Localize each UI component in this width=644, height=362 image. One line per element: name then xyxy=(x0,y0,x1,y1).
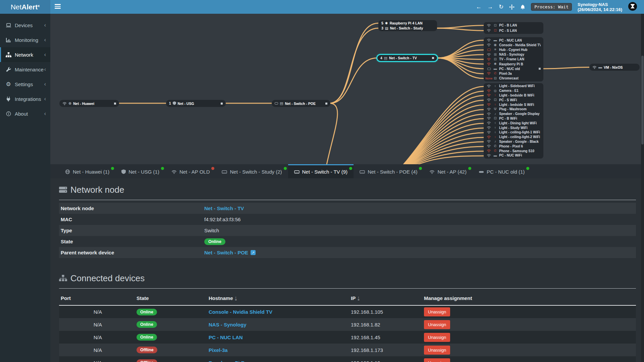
graph-device-row[interactable]: Raspberry Pi B xyxy=(484,62,543,66)
expand-icon[interactable] xyxy=(114,103,116,105)
device-table-row: N/A Offline Raspberry Pi B 192.168.1.19 … xyxy=(59,356,636,362)
graph-device-row[interactable]: PC - S LAN xyxy=(484,28,543,34)
graph-device-row[interactable]: Light - bedside B WiFi xyxy=(484,93,543,98)
sidebar-item-network[interactable]: Network ‹ xyxy=(0,47,50,62)
graph-device-row[interactable]: PC - NUC LAN xyxy=(484,38,543,43)
hostname-link[interactable]: NAS - Synology xyxy=(209,322,247,327)
graph-device-row[interactable]: Pixel-3a xyxy=(484,71,543,76)
forward-icon[interactable]: → xyxy=(487,4,493,10)
scrollbar-thumb[interactable] xyxy=(641,56,644,144)
graph-device-row[interactable]: PC - NUC old xyxy=(484,66,543,71)
tab-net-ap[interactable]: Net - AP (42) xyxy=(423,164,472,178)
back-icon[interactable]: ← xyxy=(476,4,482,10)
wifi-icon xyxy=(487,140,491,143)
app-logo[interactable]: NetAlertx xyxy=(0,0,50,14)
bell-icon[interactable] xyxy=(520,4,525,10)
graph-device-row[interactable]: Camera - E1 xyxy=(484,88,543,93)
unassign-button[interactable]: Unassign xyxy=(424,307,450,316)
device-count: 4 xyxy=(380,56,382,60)
state-badge: Online xyxy=(137,321,157,328)
graph-node-net-switch-tv-selected[interactable]: 4 ▤ Net - Switch - TV xyxy=(376,54,438,62)
graph-device-row[interactable]: PC - NUC WiFi xyxy=(484,153,543,158)
expand-icon[interactable] xyxy=(539,68,541,70)
tab-net-switch-poe[interactable]: Net - Switch - POE (4) xyxy=(354,164,423,178)
hostname-link[interactable]: Raspberry Pi B xyxy=(209,360,245,362)
expand-icon[interactable] xyxy=(325,103,327,105)
move-icon[interactable] xyxy=(509,4,515,10)
unassign-button[interactable]: Unassign xyxy=(424,320,450,329)
graph-node-net-huawei[interactable]: ⊕ Net - Huawei xyxy=(59,100,119,107)
graph-device-row[interactable]: Light - Dining light WiFi xyxy=(484,121,543,125)
graph-device-row[interactable]: Console - Nvidia Shield TV xyxy=(484,43,543,47)
unassign-button[interactable]: Unassign xyxy=(424,358,450,362)
detail-value: Switch xyxy=(204,228,219,233)
graph-device-row[interactable]: Light - Study WiFi xyxy=(484,125,543,130)
device-group-tv-children: PC - NUC LAN Console - Nvidia Shield TV xyxy=(484,37,543,81)
sidebar-item-integrations[interactable]: Integrations ‹ xyxy=(0,92,50,106)
graph-device-row[interactable]: Light - bedside S WiFi xyxy=(484,102,543,107)
graph-node-net-switch-poe[interactable]: ▤ Net - Switch - POE xyxy=(272,100,330,107)
graph-node-raspberry-pi-4-lan[interactable]: 5 ✱ Raspberry Pi 4 LAN xyxy=(378,21,437,26)
tab-net-switch-study[interactable]: Net - Switch - Study (2) xyxy=(216,164,288,178)
gamepad-icon xyxy=(493,43,497,47)
graph-device-row[interactable]: Hub - Cygnet Hub xyxy=(484,47,543,52)
graph-device-row[interactable]: Speaker - Google - Black xyxy=(484,139,543,144)
graph-device-row[interactable]: PC - B WiFi xyxy=(484,116,543,121)
graph-node-net-usg[interactable]: 1 Net - USG xyxy=(166,100,226,107)
refresh-icon[interactable]: ↻ xyxy=(499,4,503,10)
column-header-hostname[interactable]: Hostname xyxy=(207,289,349,305)
graph-device-row[interactable]: Phone - Samsung S10 xyxy=(484,148,543,153)
external-link-icon[interactable] xyxy=(251,250,256,255)
unassign-button[interactable]: Unassign xyxy=(424,333,450,342)
graph-device-row[interactable]: NAS - Synology xyxy=(484,52,543,57)
hostname-link[interactable]: PC - NUC LAN xyxy=(209,335,243,340)
expand-icon[interactable] xyxy=(221,103,223,105)
network-topology-canvas[interactable]: ⊕ Net - Huawei 1 Net - USG ▤ Net - Switc… xyxy=(50,14,644,164)
tab-pc-nuc-old[interactable]: PC - NUC old (1) xyxy=(473,164,531,178)
tab-net-ap-old[interactable]: Net - AP OLD xyxy=(165,164,216,178)
avatar[interactable] xyxy=(628,2,637,12)
process-status-badge[interactable]: Process: Wait xyxy=(531,3,572,11)
graph-device-row[interactable]: Light - Sideboard WiFi xyxy=(484,84,543,88)
tab-net-switch-tv[interactable]: Net - Switch - TV (9) xyxy=(288,164,354,178)
sidebar-item-about[interactable]: About ‹ xyxy=(0,106,50,121)
detail-value[interactable]: Net - Switch - TV xyxy=(204,205,244,211)
connection-icon xyxy=(486,68,491,70)
wifi-icon xyxy=(487,53,491,56)
monitor-icon xyxy=(493,98,497,102)
graph-device-row[interactable]: PC - B LAN xyxy=(484,23,543,28)
unassign-button[interactable]: Unassign xyxy=(424,346,450,355)
graph-device-row[interactable]: Phone - Pixel 6 xyxy=(484,144,543,148)
port-cell: N/A xyxy=(59,344,135,356)
graph-device-row[interactable]: Chromecast xyxy=(484,76,543,81)
graph-device-row[interactable]: PC - S WiFi xyxy=(484,98,543,102)
plug-icon xyxy=(493,108,497,111)
graph-node-net-switch-study[interactable]: 3 ▤ Net - Switch - Study xyxy=(378,26,437,31)
graph-device-row[interactable]: Plug - Washroom xyxy=(484,107,543,112)
hostname-link[interactable]: Console - Nvidia Shield TV xyxy=(209,309,272,315)
sidebar-item-monitoring[interactable]: Monitoring ‹ xyxy=(0,33,50,47)
sidebar-item-settings[interactable]: ⚙ Settings ‹ xyxy=(0,77,50,92)
state-badge: Offline xyxy=(137,359,157,362)
hostname-link[interactable]: Pixel-3a xyxy=(209,347,228,353)
column-header-ip[interactable]: IP xyxy=(349,289,422,305)
detail-value[interactable]: Net - Switch - POE xyxy=(204,250,248,255)
graph-device-row[interactable]: TV - Frame LAN xyxy=(484,57,543,62)
sidebar-toggle-icon[interactable] xyxy=(55,4,61,9)
graph-device-row[interactable]: Speaker - Google Display xyxy=(484,112,543,116)
lightbulb-icon xyxy=(493,103,497,106)
lightbulb-icon xyxy=(493,94,497,97)
tab-net-huawei[interactable]: Net - Huawei (1) xyxy=(59,164,115,178)
port-cell: N/A xyxy=(59,305,135,318)
scrollbar[interactable] xyxy=(641,14,644,362)
graph-node-vm-nixos[interactable]: ▬ VM - NixOS xyxy=(589,64,640,71)
graph-device-row[interactable]: Light - ceiling-light-1 WiFi xyxy=(484,130,543,135)
graph-device-row[interactable]: Light - ceiling-light-2 WiFi xyxy=(484,135,543,139)
expand-icon[interactable] xyxy=(432,57,434,59)
sidebar-item-maintenance[interactable]: Maintenance ‹ xyxy=(0,62,50,77)
sidebar-item-devices[interactable]: Devices ‹ xyxy=(0,18,50,33)
wifi-icon xyxy=(487,117,491,120)
tab-net-usg[interactable]: Net - USG (1) xyxy=(115,164,165,178)
shield-icon xyxy=(173,101,176,106)
small-pc-icon xyxy=(493,67,497,70)
